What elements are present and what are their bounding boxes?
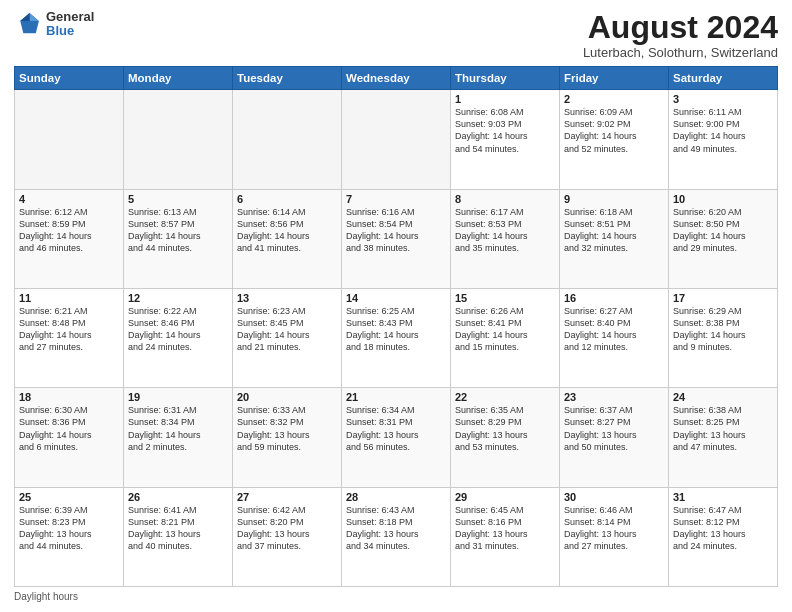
calendar-cell: 16Sunrise: 6:27 AM Sunset: 8:40 PM Dayli… xyxy=(560,288,669,387)
weekday-header: Saturday xyxy=(669,67,778,90)
day-info: Sunrise: 6:25 AM Sunset: 8:43 PM Dayligh… xyxy=(346,305,446,354)
calendar-cell: 20Sunrise: 6:33 AM Sunset: 8:32 PM Dayli… xyxy=(233,388,342,487)
day-number: 6 xyxy=(237,193,337,205)
calendar-cell: 31Sunrise: 6:47 AM Sunset: 8:12 PM Dayli… xyxy=(669,487,778,586)
day-number: 3 xyxy=(673,93,773,105)
day-number: 30 xyxy=(564,491,664,503)
day-number: 24 xyxy=(673,391,773,403)
calendar-cell: 27Sunrise: 6:42 AM Sunset: 8:20 PM Dayli… xyxy=(233,487,342,586)
day-number: 23 xyxy=(564,391,664,403)
calendar-cell: 30Sunrise: 6:46 AM Sunset: 8:14 PM Dayli… xyxy=(560,487,669,586)
calendar-cell: 19Sunrise: 6:31 AM Sunset: 8:34 PM Dayli… xyxy=(124,388,233,487)
day-number: 15 xyxy=(455,292,555,304)
calendar-cell: 5Sunrise: 6:13 AM Sunset: 8:57 PM Daylig… xyxy=(124,189,233,288)
day-number: 29 xyxy=(455,491,555,503)
logo: General Blue xyxy=(14,10,94,39)
day-info: Sunrise: 6:18 AM Sunset: 8:51 PM Dayligh… xyxy=(564,206,664,255)
day-info: Sunrise: 6:17 AM Sunset: 8:53 PM Dayligh… xyxy=(455,206,555,255)
weekday-header: Wednesday xyxy=(342,67,451,90)
calendar-cell xyxy=(233,90,342,189)
day-number: 2 xyxy=(564,93,664,105)
calendar-cell: 12Sunrise: 6:22 AM Sunset: 8:46 PM Dayli… xyxy=(124,288,233,387)
calendar-cell: 15Sunrise: 6:26 AM Sunset: 8:41 PM Dayli… xyxy=(451,288,560,387)
day-number: 22 xyxy=(455,391,555,403)
day-number: 4 xyxy=(19,193,119,205)
day-info: Sunrise: 6:21 AM Sunset: 8:48 PM Dayligh… xyxy=(19,305,119,354)
day-info: Sunrise: 6:26 AM Sunset: 8:41 PM Dayligh… xyxy=(455,305,555,354)
day-number: 25 xyxy=(19,491,119,503)
day-info: Sunrise: 6:41 AM Sunset: 8:21 PM Dayligh… xyxy=(128,504,228,553)
weekday-header: Friday xyxy=(560,67,669,90)
day-info: Sunrise: 6:23 AM Sunset: 8:45 PM Dayligh… xyxy=(237,305,337,354)
day-info: Sunrise: 6:16 AM Sunset: 8:54 PM Dayligh… xyxy=(346,206,446,255)
day-info: Sunrise: 6:30 AM Sunset: 8:36 PM Dayligh… xyxy=(19,404,119,453)
day-number: 14 xyxy=(346,292,446,304)
calendar-cell: 11Sunrise: 6:21 AM Sunset: 8:48 PM Dayli… xyxy=(15,288,124,387)
day-info: Sunrise: 6:37 AM Sunset: 8:27 PM Dayligh… xyxy=(564,404,664,453)
day-info: Sunrise: 6:45 AM Sunset: 8:16 PM Dayligh… xyxy=(455,504,555,553)
day-number: 10 xyxy=(673,193,773,205)
day-number: 8 xyxy=(455,193,555,205)
calendar-cell: 13Sunrise: 6:23 AM Sunset: 8:45 PM Dayli… xyxy=(233,288,342,387)
day-info: Sunrise: 6:12 AM Sunset: 8:59 PM Dayligh… xyxy=(19,206,119,255)
day-info: Sunrise: 6:43 AM Sunset: 8:18 PM Dayligh… xyxy=(346,504,446,553)
calendar-week-row: 11Sunrise: 6:21 AM Sunset: 8:48 PM Dayli… xyxy=(15,288,778,387)
day-info: Sunrise: 6:39 AM Sunset: 8:23 PM Dayligh… xyxy=(19,504,119,553)
month-year: August 2024 xyxy=(583,10,778,45)
calendar-week-row: 25Sunrise: 6:39 AM Sunset: 8:23 PM Dayli… xyxy=(15,487,778,586)
calendar-cell xyxy=(124,90,233,189)
day-number: 28 xyxy=(346,491,446,503)
calendar: SundayMondayTuesdayWednesdayThursdayFrid… xyxy=(14,66,778,587)
calendar-cell: 24Sunrise: 6:38 AM Sunset: 8:25 PM Dayli… xyxy=(669,388,778,487)
calendar-cell: 22Sunrise: 6:35 AM Sunset: 8:29 PM Dayli… xyxy=(451,388,560,487)
day-number: 13 xyxy=(237,292,337,304)
location: Luterbach, Solothurn, Switzerland xyxy=(583,45,778,60)
page: General Blue August 2024 Luterbach, Solo… xyxy=(0,0,792,612)
calendar-cell: 28Sunrise: 6:43 AM Sunset: 8:18 PM Dayli… xyxy=(342,487,451,586)
day-info: Sunrise: 6:27 AM Sunset: 8:40 PM Dayligh… xyxy=(564,305,664,354)
day-number: 21 xyxy=(346,391,446,403)
footer-note: Daylight hours xyxy=(14,591,778,602)
day-info: Sunrise: 6:46 AM Sunset: 8:14 PM Dayligh… xyxy=(564,504,664,553)
logo-blue: Blue xyxy=(46,24,94,38)
logo-text: General Blue xyxy=(46,10,94,39)
day-info: Sunrise: 6:33 AM Sunset: 8:32 PM Dayligh… xyxy=(237,404,337,453)
day-number: 5 xyxy=(128,193,228,205)
weekday-header: Monday xyxy=(124,67,233,90)
weekday-header: Sunday xyxy=(15,67,124,90)
day-number: 12 xyxy=(128,292,228,304)
day-info: Sunrise: 6:14 AM Sunset: 8:56 PM Dayligh… xyxy=(237,206,337,255)
day-info: Sunrise: 6:42 AM Sunset: 8:20 PM Dayligh… xyxy=(237,504,337,553)
calendar-cell: 6Sunrise: 6:14 AM Sunset: 8:56 PM Daylig… xyxy=(233,189,342,288)
calendar-cell: 25Sunrise: 6:39 AM Sunset: 8:23 PM Dayli… xyxy=(15,487,124,586)
day-number: 27 xyxy=(237,491,337,503)
calendar-cell: 8Sunrise: 6:17 AM Sunset: 8:53 PM Daylig… xyxy=(451,189,560,288)
day-info: Sunrise: 6:20 AM Sunset: 8:50 PM Dayligh… xyxy=(673,206,773,255)
calendar-cell: 3Sunrise: 6:11 AM Sunset: 9:00 PM Daylig… xyxy=(669,90,778,189)
calendar-cell: 23Sunrise: 6:37 AM Sunset: 8:27 PM Dayli… xyxy=(560,388,669,487)
calendar-cell: 4Sunrise: 6:12 AM Sunset: 8:59 PM Daylig… xyxy=(15,189,124,288)
generalblue-icon xyxy=(14,10,42,38)
calendar-cell: 10Sunrise: 6:20 AM Sunset: 8:50 PM Dayli… xyxy=(669,189,778,288)
calendar-cell: 1Sunrise: 6:08 AM Sunset: 9:03 PM Daylig… xyxy=(451,90,560,189)
logo-general: General xyxy=(46,10,94,24)
day-info: Sunrise: 6:11 AM Sunset: 9:00 PM Dayligh… xyxy=(673,106,773,155)
day-number: 20 xyxy=(237,391,337,403)
day-info: Sunrise: 6:22 AM Sunset: 8:46 PM Dayligh… xyxy=(128,305,228,354)
calendar-cell: 7Sunrise: 6:16 AM Sunset: 8:54 PM Daylig… xyxy=(342,189,451,288)
day-info: Sunrise: 6:35 AM Sunset: 8:29 PM Dayligh… xyxy=(455,404,555,453)
day-number: 7 xyxy=(346,193,446,205)
calendar-cell: 26Sunrise: 6:41 AM Sunset: 8:21 PM Dayli… xyxy=(124,487,233,586)
day-number: 19 xyxy=(128,391,228,403)
day-info: Sunrise: 6:09 AM Sunset: 9:02 PM Dayligh… xyxy=(564,106,664,155)
day-number: 16 xyxy=(564,292,664,304)
day-number: 31 xyxy=(673,491,773,503)
day-number: 11 xyxy=(19,292,119,304)
svg-marker-1 xyxy=(30,13,39,21)
weekday-header: Tuesday xyxy=(233,67,342,90)
calendar-cell: 29Sunrise: 6:45 AM Sunset: 8:16 PM Dayli… xyxy=(451,487,560,586)
calendar-cell: 21Sunrise: 6:34 AM Sunset: 8:31 PM Dayli… xyxy=(342,388,451,487)
day-info: Sunrise: 6:47 AM Sunset: 8:12 PM Dayligh… xyxy=(673,504,773,553)
day-info: Sunrise: 6:13 AM Sunset: 8:57 PM Dayligh… xyxy=(128,206,228,255)
calendar-cell xyxy=(15,90,124,189)
